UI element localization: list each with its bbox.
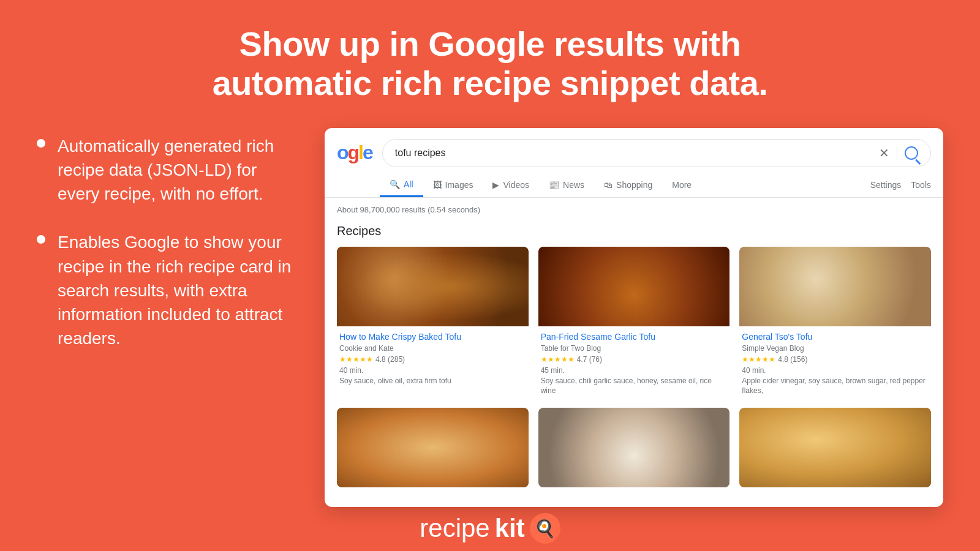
recipe-info-3: General Tso's Tofu Simple Vegan Blog ★★★… xyxy=(739,326,931,398)
recipe-source-3: Simple Vegan Blog xyxy=(742,344,929,353)
images-icon: 🖼 xyxy=(433,180,442,190)
left-panel: Automatically generated rich recipe data… xyxy=(37,128,300,351)
chef-hat-icon: 🍳 xyxy=(530,513,560,544)
recipe-time-3: 40 min. xyxy=(742,366,929,375)
tab-shopping-label: Shopping xyxy=(616,180,652,190)
recipe-source-2: Table for Two Blog xyxy=(541,344,728,353)
recipe-title-1: How to Make Crispy Baked Tofu xyxy=(339,331,526,342)
tab-more-label: More xyxy=(672,180,692,190)
tab-images-label: Images xyxy=(445,180,473,190)
search-bar[interactable]: tofu recipes ✕ xyxy=(382,139,931,167)
recipe-rating-1: ★★★★★ 4.8 (285) xyxy=(339,355,526,364)
tab-videos-label: Videos xyxy=(503,180,529,190)
headline-line1: Show up in Google results with xyxy=(37,24,943,64)
news-icon: 📰 xyxy=(549,180,559,190)
content-row: Automatically generated rich recipe data… xyxy=(37,128,943,507)
recipe-image-2 xyxy=(538,247,730,326)
headline: Show up in Google results with automatic… xyxy=(37,24,943,103)
bullet-text-1: Automatically generated rich recipe data… xyxy=(58,134,300,206)
recipe-rating-2: ★★★★★ 4.7 (76) xyxy=(541,355,728,364)
tab-more[interactable]: More xyxy=(662,174,701,196)
settings-link[interactable]: Settings xyxy=(870,180,902,190)
videos-icon: ▶ xyxy=(492,180,499,190)
recipe-time-2: 45 min. xyxy=(541,366,728,375)
recipe-card-6[interactable] xyxy=(739,408,931,487)
recipe-card-4[interactable] xyxy=(337,408,529,487)
recipe-card-1[interactable]: How to Make Crispy Baked Tofu Cookie and… xyxy=(337,247,529,398)
tab-all-label: All xyxy=(404,179,413,189)
all-icon: 🔍 xyxy=(390,179,400,189)
recipe-time-1: 40 min. xyxy=(339,366,526,375)
recipe-ratingnum-2: 4.7 (76) xyxy=(577,355,602,364)
recipe-info-2: Pan-Fried Sesame Garlic Tofu Table for T… xyxy=(538,326,730,398)
bullet-dot-2 xyxy=(37,235,45,244)
tab-shopping[interactable]: 🛍 Shopping xyxy=(594,174,662,196)
tab-news[interactable]: 📰 News xyxy=(539,174,594,196)
recipe-grid-top: How to Make Crispy Baked Tofu Cookie and… xyxy=(337,247,931,398)
headline-line2: automatic rich recipe snippet data. xyxy=(37,64,943,103)
recipe-image-3 xyxy=(739,247,931,326)
tab-news-label: News xyxy=(563,180,584,190)
recipe-image-4 xyxy=(337,408,529,487)
recipe-ingredients-2: Soy sauce, chili garlic sauce, honey, se… xyxy=(541,377,728,395)
recipe-card-3[interactable]: General Tso's Tofu Simple Vegan Blog ★★★… xyxy=(739,247,931,398)
tab-all[interactable]: 🔍 All xyxy=(380,173,423,197)
recipe-ingredients-3: Apple cider vinegar, soy sauce, brown su… xyxy=(742,377,929,395)
recipe-title-3: General Tso's Tofu xyxy=(742,331,929,342)
google-search-panel: ogle tofu recipes ✕ 🔍 All xyxy=(325,128,943,507)
recipe-ratingnum-1: 4.8 (285) xyxy=(375,355,405,364)
recipe-rating-3: ★★★★★ 4.8 (156) xyxy=(742,355,929,364)
recipe-card-2[interactable]: Pan-Fried Sesame Garlic Tofu Table for T… xyxy=(538,247,730,398)
bullet-item-1: Automatically generated rich recipe data… xyxy=(37,134,300,206)
search-icons: ✕ xyxy=(879,146,918,160)
search-icon[interactable] xyxy=(905,146,918,160)
recipe-stars-2: ★★★★★ xyxy=(541,355,575,364)
recipe-title-2: Pan-Fried Sesame Garlic Tofu xyxy=(541,331,728,342)
search-divider xyxy=(897,146,897,160)
brand-name: recipekit 🍳 xyxy=(420,513,560,544)
bullet-dot-1 xyxy=(37,139,45,148)
settings-tools: Settings Tools xyxy=(870,180,931,190)
recipe-image-5 xyxy=(538,408,730,487)
recipe-ingredients-1: Soy sauce, olive oil, extra firm tofu xyxy=(339,377,526,386)
recipe-grid-bottom xyxy=(337,408,931,487)
results-area: About 98,700,000 results (0.54 seconds) … xyxy=(325,198,943,507)
recipe-ratingnum-3: 4.8 (156) xyxy=(778,355,807,364)
main-container: Show up in Google results with automatic… xyxy=(0,0,980,551)
bullet-item-2: Enables Google to show your recipe in th… xyxy=(37,230,300,350)
clear-icon[interactable]: ✕ xyxy=(879,146,889,160)
tab-videos[interactable]: ▶ Videos xyxy=(483,174,539,196)
recipe-stars-3: ★★★★★ xyxy=(742,355,775,364)
google-tabs: 🔍 All 🖼 Images ▶ Videos 📰 News 🛍 S xyxy=(325,167,943,198)
tools-link[interactable]: Tools xyxy=(911,180,931,190)
google-logo: ogle xyxy=(337,141,372,164)
shopping-icon: 🛍 xyxy=(604,180,612,190)
brand-kit-text: kit xyxy=(495,514,525,543)
tab-images[interactable]: 🖼 Images xyxy=(423,174,483,196)
brand-recipe-text: recipe xyxy=(420,514,489,543)
bullet-text-2: Enables Google to show your recipe in th… xyxy=(58,230,300,350)
google-bar: ogle tofu recipes ✕ xyxy=(325,128,943,167)
recipe-info-1: How to Make Crispy Baked Tofu Cookie and… xyxy=(337,326,529,389)
recipe-stars-1: ★★★★★ xyxy=(339,355,373,364)
recipe-card-5[interactable] xyxy=(538,408,730,487)
results-count: About 98,700,000 results (0.54 seconds) xyxy=(337,205,931,214)
recipe-image-1 xyxy=(337,247,529,326)
recipe-image-6 xyxy=(739,408,931,487)
recipes-heading: Recipes xyxy=(337,224,931,238)
bottom-branding: recipekit 🍳 xyxy=(37,507,943,547)
search-query-text: tofu recipes xyxy=(395,148,873,159)
recipe-source-1: Cookie and Kate xyxy=(339,344,526,353)
